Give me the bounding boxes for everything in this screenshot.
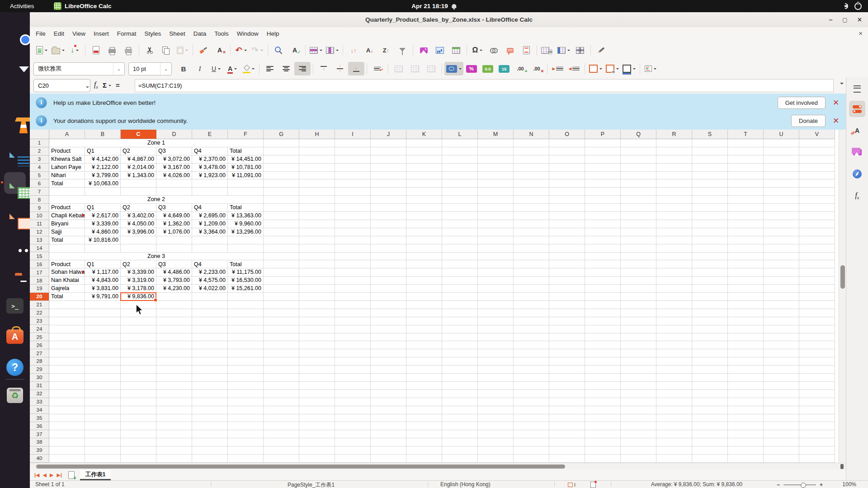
cell-A15[interactable]: Zone 3 (49, 253, 263, 260)
column-header-A[interactable]: A (49, 130, 85, 139)
cell-B19[interactable]: ¥ 3,831.00 (85, 285, 120, 292)
bold-button[interactable]: B (175, 62, 192, 75)
cell-A3[interactable]: Khewra Salt (50, 155, 85, 163)
find-and-replace-button[interactable] (270, 43, 287, 57)
dock-item-thunderbird[interactable] (4, 49, 26, 71)
column-header-U[interactable]: U (764, 130, 799, 139)
row-header-1[interactable]: 1 (30, 139, 49, 147)
cell-A17[interactable]: Sohan Halwa (50, 268, 85, 276)
sidebar-settings-button[interactable] (849, 81, 865, 97)
cell-E2[interactable]: Q4 (193, 147, 227, 155)
name-box[interactable]: C20 ⌄ (33, 79, 90, 92)
close-infobar-icon[interactable]: ✕ (828, 98, 844, 108)
row-header-14[interactable]: 14 (30, 244, 49, 253)
cell-E10[interactable]: ¥ 2,695.00 (193, 212, 227, 220)
row-header-27[interactable]: 27 (30, 349, 49, 357)
chevron-down-icon[interactable]: ⌄ (160, 63, 171, 75)
get-involved-button[interactable]: Get involved (778, 97, 826, 109)
row-header-34[interactable]: 34 (30, 406, 49, 414)
border-color-button[interactable] (621, 62, 637, 75)
system-tray[interactable] (844, 3, 862, 10)
cell-A10[interactable]: Chapli Kebab (50, 212, 85, 220)
sidebar-functions-button[interactable]: fx (849, 188, 865, 204)
dock-item-app-grid[interactable] (4, 460, 26, 482)
document-modified-indicator[interactable] (590, 482, 596, 488)
cell-F2[interactable]: Total (228, 147, 263, 155)
cell-F10[interactable]: ¥ 13,363.00 (228, 212, 263, 220)
column-header-I[interactable]: I (335, 130, 371, 139)
print-button[interactable] (104, 43, 120, 57)
row-header-26[interactable]: 26 (30, 341, 49, 349)
function-wizard-button[interactable]: fx (94, 80, 98, 89)
cell-D10[interactable]: ¥ 4,649.00 (157, 212, 192, 220)
cell-B20[interactable]: ¥ 9,791.00 (85, 293, 120, 300)
cell-C19[interactable]: ¥ 3,178.00 (121, 285, 156, 292)
row-header-5[interactable]: 5 (30, 172, 49, 180)
menu-tools[interactable]: Tools (210, 28, 233, 39)
selection-mode-indicator[interactable]: I (568, 482, 576, 488)
cell-E18[interactable]: ¥ 4,575.00 (193, 277, 227, 284)
cell-B3[interactable]: ¥ 4,142.00 (85, 155, 120, 163)
insert-image-button[interactable] (415, 43, 432, 57)
cell-A12[interactable]: Sajji (50, 228, 85, 236)
row-header-4[interactable]: 4 (30, 164, 49, 172)
row-header-2[interactable]: 2 (30, 147, 49, 155)
add-decimal-button[interactable]: .00+ (512, 62, 528, 75)
previous-sheet-button[interactable]: ◀ (43, 472, 47, 478)
dock-item-lo-impress[interactable] (4, 203, 26, 225)
zoom-in-icon[interactable]: + (820, 482, 823, 488)
cell-C17[interactable]: ¥ 3,339.00 (121, 268, 156, 276)
cell-E12[interactable]: ¥ 3,364.00 (193, 228, 227, 236)
cell-F3[interactable]: ¥ 14,451.00 (228, 155, 263, 163)
column-header-P[interactable]: P (585, 130, 621, 139)
center-vertically-button[interactable]: ↓↑ (332, 62, 348, 75)
cell-E17[interactable]: ¥ 2,233.00 (193, 268, 227, 276)
cell-A18[interactable]: Nan Khatai (50, 277, 85, 284)
row-header-32[interactable]: 32 (30, 390, 49, 398)
cell-B11[interactable]: ¥ 3,339.00 (85, 220, 120, 228)
sort-button[interactable]: ↓↑ (345, 43, 362, 57)
column-header-F[interactable]: F (228, 130, 264, 139)
cell-D2[interactable]: Q3 (157, 147, 192, 155)
cell-D9[interactable]: Q3 (157, 204, 192, 211)
border-style-button[interactable] (604, 62, 621, 75)
cell-F19[interactable]: ¥ 15,261.00 (228, 285, 263, 292)
sidebar-navigator-button[interactable] (849, 166, 865, 182)
row-header-6[interactable]: 6 (30, 179, 49, 188)
align-right-button[interactable] (294, 62, 311, 75)
page-style[interactable]: PageStyle_工作表1 (288, 481, 335, 488)
column-header-D[interactable]: D (156, 130, 192, 139)
dock-item-software[interactable]: A (4, 326, 26, 347)
cell-E16[interactable]: Q4 (193, 261, 227, 268)
font-name-combo[interactable]: 微软雅黑 ⌄ (33, 62, 125, 75)
menu-format[interactable]: Format (113, 28, 141, 39)
save-button[interactable]: ↓ (66, 43, 83, 57)
cell-A13[interactable]: Total (50, 236, 85, 244)
copy-button[interactable] (158, 43, 174, 57)
zoom-slider[interactable] (783, 484, 816, 485)
column-header-N[interactable]: N (514, 130, 549, 139)
menu-styles[interactable]: Styles (141, 28, 165, 39)
cell-C10[interactable]: ¥ 3,402.00 (121, 212, 156, 220)
font-size-combo[interactable]: 10 pt ⌄ (128, 62, 172, 75)
cell-F16[interactable]: Total (228, 261, 263, 268)
row-header-40[interactable]: 40 (30, 455, 49, 463)
cell-A6[interactable]: Total (50, 180, 85, 188)
dropdown-arrow-icon[interactable] (616, 68, 619, 71)
highlighting-color-button[interactable] (241, 62, 257, 75)
cell-B9[interactable]: Q1 (85, 204, 120, 211)
selection-statistics[interactable]: Average: ¥ 9,836.00; Sum: ¥ 9,836.00 (622, 481, 771, 488)
dock-item-vlc[interactable] (4, 111, 26, 132)
dropdown-arrow-icon[interactable] (244, 50, 247, 52)
split-window-button[interactable] (572, 43, 588, 57)
cell-C4[interactable]: ¥ 2,014.00 (121, 164, 156, 171)
dropdown-arrow-icon[interactable] (185, 50, 188, 52)
row-header-28[interactable]: 28 (30, 357, 49, 366)
column-header-E[interactable]: E (192, 130, 228, 139)
dropdown-arrow-icon[interactable] (45, 50, 47, 52)
column-header-K[interactable]: K (406, 130, 442, 139)
zoom-control[interactable]: − + (777, 482, 823, 488)
cell-D4[interactable]: ¥ 3,167.00 (157, 164, 192, 171)
row-header-17[interactable]: 17 (30, 268, 49, 277)
column-header-J[interactable]: J (371, 130, 406, 139)
